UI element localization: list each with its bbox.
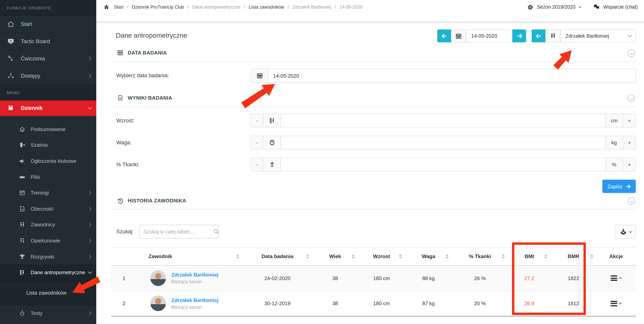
column-header[interactable]: BMR bbox=[550, 248, 596, 265]
increment-button[interactable]: + bbox=[623, 158, 636, 171]
sort-icon[interactable] bbox=[544, 254, 547, 259]
exam-date-input[interactable] bbox=[268, 69, 636, 83]
submenu-item-dane-antropometryczne[interactable]: Dane antropometryczne bbox=[0, 265, 96, 281]
sidebar-item-label: Dziennik bbox=[21, 105, 43, 111]
submenu-item-szatnia[interactable]: Szatnia bbox=[0, 137, 96, 153]
breadcrumb-item[interactable]: Zdrzałek Bartłomiej bbox=[292, 5, 331, 9]
breadcrumb: Start / Dziennik ProTrainUp Club / Dane … bbox=[103, 3, 363, 10]
decrement-button[interactable]: - bbox=[251, 158, 263, 171]
weight-unit: kg bbox=[606, 136, 623, 150]
submenu-item-obecnosc[interactable]: Obecność bbox=[0, 201, 96, 217]
bmi-cell: 27.2 bbox=[508, 266, 550, 291]
player-select[interactable]: Zdrzałek Bartłomiej bbox=[560, 29, 636, 42]
exam-date-cell: 30-12-2019 bbox=[242, 291, 312, 316]
breadcrumb-item[interactable]: 14-05-2020 bbox=[340, 5, 363, 9]
column-header[interactable]: Wiek bbox=[312, 248, 358, 265]
submenu-item-label: Obecność bbox=[31, 206, 54, 212]
collapse-section-button[interactable] bbox=[628, 95, 635, 102]
submenu-item-label: Szatnia bbox=[31, 142, 48, 148]
row-actions-button[interactable] bbox=[610, 275, 622, 281]
submenu-item-label: Testy bbox=[31, 310, 43, 316]
calendar-icon[interactable] bbox=[251, 69, 268, 83]
date-navigator: 14-05-2020 bbox=[437, 29, 526, 42]
search-label: Szukaj: bbox=[116, 229, 134, 235]
exam-date-input-group bbox=[251, 69, 636, 83]
player-name-link[interactable]: Zdrzałek Bartłomiej bbox=[171, 272, 218, 278]
submenu-item-treningi[interactable]: Treningi bbox=[0, 185, 96, 201]
breadcrumb-item[interactable]: Start bbox=[114, 5, 124, 9]
next-date-button[interactable] bbox=[512, 29, 526, 42]
submenu-item-testy[interactable]: Testy bbox=[0, 305, 96, 321]
sidebar-item-dostepy[interactable]: Dostępy bbox=[0, 67, 96, 85]
sidebar-item-dziennik[interactable]: Dziennik bbox=[0, 100, 96, 116]
column-header[interactable]: Zawodnik bbox=[137, 248, 242, 265]
sort-icon[interactable] bbox=[352, 254, 355, 259]
section-data-badania: DATA BADANIA bbox=[117, 49, 167, 56]
column-header[interactable]: BMI bbox=[508, 248, 550, 265]
actions-cell bbox=[596, 291, 636, 316]
sidebar-item-start[interactable]: Start bbox=[0, 16, 96, 33]
decrement-button[interactable]: - bbox=[251, 136, 263, 150]
export-button[interactable] bbox=[615, 225, 636, 239]
column-header[interactable]: % Tkanki bbox=[452, 248, 508, 265]
home-icon[interactable] bbox=[103, 3, 110, 10]
avatar bbox=[150, 295, 166, 312]
submenu-item-ogloszenia[interactable]: Ogłoszenia klubowe bbox=[0, 153, 96, 169]
prev-player-button[interactable] bbox=[532, 29, 546, 42]
save-button[interactable]: Zapisz bbox=[602, 180, 636, 193]
sidebar-item-tactic-board[interactable]: Tactic Board bbox=[0, 33, 96, 50]
actions-cell bbox=[596, 266, 636, 291]
players-button[interactable] bbox=[546, 29, 560, 42]
prev-date-button[interactable] bbox=[437, 29, 451, 42]
sort-icon[interactable] bbox=[306, 254, 309, 259]
breadcrumb-item[interactable]: Dziennik ProTrainUp Club bbox=[132, 5, 184, 9]
row-index: 2 bbox=[111, 291, 137, 316]
collapse-section-button[interactable] bbox=[628, 49, 635, 57]
season-label: Sezon 2019/2020 bbox=[537, 4, 576, 10]
decrement-button[interactable]: - bbox=[251, 114, 263, 128]
sidebar-item-label: Dostępy bbox=[21, 73, 40, 79]
sidebar-item-cwiczenia[interactable]: Ćwiczenia bbox=[0, 50, 96, 67]
current-date-field[interactable]: 14-05-2020 bbox=[466, 29, 512, 42]
submenu-item-opiekunowie[interactable]: Opiekunowie bbox=[0, 233, 96, 249]
support-label: Wsparcie (chat) bbox=[603, 4, 638, 10]
submenu-item-zawodnicy[interactable]: Zawodnicy bbox=[0, 217, 96, 233]
chevron-right-icon bbox=[88, 239, 91, 243]
fat-input[interactable] bbox=[281, 158, 606, 171]
search-input[interactable] bbox=[144, 229, 212, 235]
row-actions-button[interactable] bbox=[610, 301, 622, 306]
chevron-down-icon bbox=[578, 5, 582, 8]
submenu-item-pliki[interactable]: Pliki bbox=[0, 169, 96, 185]
fat-cell: 26 % bbox=[452, 266, 508, 291]
calendar-button[interactable] bbox=[451, 29, 466, 42]
divider bbox=[111, 62, 636, 62]
player-name-link[interactable]: Zdrzałek Bartłomiej bbox=[171, 297, 218, 303]
breadcrumb-item[interactable]: Lista zawodników bbox=[249, 5, 284, 9]
column-header[interactable]: Waga bbox=[405, 248, 452, 265]
weight-input[interactable] bbox=[281, 136, 606, 150]
increment-button[interactable]: + bbox=[623, 114, 636, 128]
collapse-section-button[interactable] bbox=[628, 197, 635, 205]
sort-icon[interactable] bbox=[502, 254, 505, 259]
section-title: WYNIKI BADANIA bbox=[128, 95, 172, 101]
sort-icon[interactable] bbox=[399, 254, 402, 259]
player-season: Bieżący sezon bbox=[171, 279, 218, 284]
breadcrumb-item[interactable]: Dane antropometryczne bbox=[192, 5, 240, 9]
height-input[interactable] bbox=[281, 114, 606, 128]
support-chat[interactable]: Wsparcie (chat) bbox=[593, 3, 638, 10]
submenu-item-lista-zawodnikow[interactable]: Lista zawodników bbox=[0, 281, 96, 305]
submenu-item-podsumowanie[interactable]: Podsumowanie bbox=[0, 121, 96, 137]
fat-input-group: - % + bbox=[251, 158, 636, 171]
chevron-right-icon bbox=[88, 223, 91, 227]
sort-icon[interactable] bbox=[446, 254, 449, 259]
sort-icon[interactable] bbox=[590, 254, 593, 259]
sort-icon[interactable] bbox=[236, 254, 239, 259]
column-header[interactable]: Data badania bbox=[242, 248, 312, 265]
increment-button[interactable]: + bbox=[623, 136, 636, 150]
calendar-icon bbox=[18, 189, 26, 196]
breadcrumb-separator: / bbox=[244, 5, 245, 9]
season-selector[interactable]: Sezon 2019/2020 bbox=[527, 3, 581, 10]
chevron-right-icon bbox=[88, 255, 91, 259]
column-header[interactable]: Wzrost bbox=[358, 248, 405, 265]
submenu-item-rozgrywki[interactable]: Rozgrywki bbox=[0, 249, 96, 265]
